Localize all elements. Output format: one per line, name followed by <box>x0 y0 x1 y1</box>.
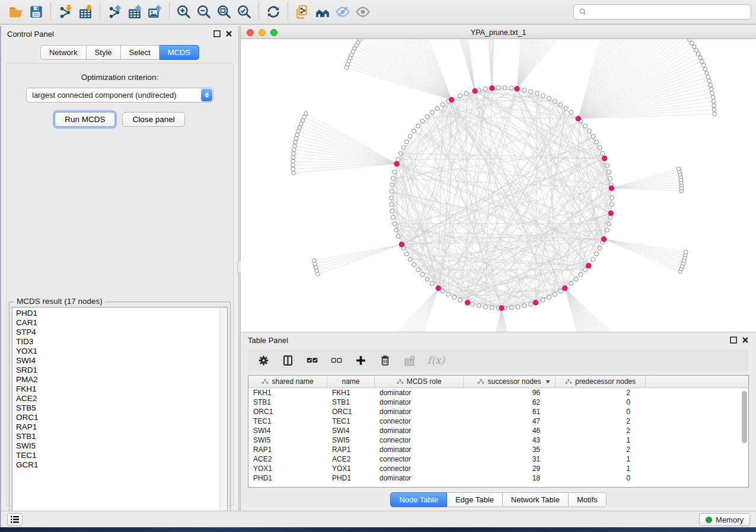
table-row[interactable]: SWI4SWI4dominator462 <box>248 426 748 435</box>
mcds-result-item[interactable]: GCR1 <box>16 460 227 470</box>
table-row[interactable]: ORC1ORC1dominator610 <box>248 407 748 416</box>
table-row[interactable]: SWI5SWI5connector431 <box>248 435 748 445</box>
table-cell: SWI5 <box>248 436 327 444</box>
mcds-result-item[interactable]: STB1 <box>16 432 227 441</box>
table-row[interactable]: PHD1PHD1dominator180 <box>248 473 748 483</box>
table-cell: 29 <box>464 464 556 473</box>
tab-edge-table[interactable]: Edge Table <box>447 492 503 507</box>
table-cell: connector <box>375 455 464 463</box>
select-all-icon[interactable] <box>306 354 318 367</box>
mcds-result-item[interactable]: SRD1 <box>16 366 227 375</box>
export-table-icon[interactable] <box>125 2 145 21</box>
mcds-result-item[interactable]: CAR1 <box>16 318 227 328</box>
mcds-result-item[interactable]: ACE2 <box>16 394 227 403</box>
mcds-result-item[interactable]: STB5 <box>16 403 227 413</box>
memory-button[interactable]: Memory <box>699 513 750 526</box>
table-row[interactable]: STB1STB1dominator620 <box>248 398 748 407</box>
table-cell: PHD1 <box>327 474 375 482</box>
close-panel-icon[interactable] <box>225 30 232 37</box>
zoom-selected-icon[interactable] <box>234 2 254 21</box>
table-cell: 0 <box>556 474 646 482</box>
table-cell: dominator <box>375 398 464 406</box>
tab-node-table[interactable]: Node Table <box>390 492 447 507</box>
first-neighbors-icon[interactable] <box>312 2 333 21</box>
tab-motifs[interactable]: Motifs <box>569 492 607 507</box>
zoom-in-icon[interactable] <box>174 2 194 21</box>
table-cell: dominator <box>375 446 464 454</box>
hide-selected-icon[interactable] <box>333 2 353 21</box>
node-table[interactable]: shared namenameMCDS rolesuccessor nodesp… <box>248 375 749 488</box>
tab-style[interactable]: Style <box>87 45 121 60</box>
open-file-icon[interactable] <box>6 2 26 21</box>
column-header-name[interactable]: name <box>327 376 375 387</box>
hierarchy-icon <box>397 379 404 384</box>
duplicate-network-icon[interactable] <box>292 2 312 21</box>
zoom-fit-icon[interactable] <box>214 2 234 21</box>
mcds-result-item[interactable]: SWI4 <box>16 356 227 366</box>
network-graph[interactable] <box>241 39 756 332</box>
run-mcds-button[interactable]: Run MCDS <box>55 112 115 127</box>
import-network-icon[interactable] <box>55 2 75 21</box>
network-canvas[interactable] <box>241 39 756 332</box>
table-cell: TEC1 <box>327 417 375 425</box>
toolbar-separator <box>50 3 51 21</box>
mcds-result-item[interactable]: ORC1 <box>16 413 227 422</box>
delete-table-icon[interactable] <box>403 354 416 367</box>
network-titlebar[interactable]: YPA_prune.txt_1 <box>241 26 756 39</box>
table-cell: STB1 <box>248 398 327 406</box>
mcds-result-item[interactable]: TID3 <box>16 337 227 347</box>
mcds-result-item[interactable]: PHD1 <box>16 309 227 318</box>
mcds-result-item[interactable]: RAP1 <box>16 422 227 432</box>
mcds-result-item[interactable]: YOX1 <box>16 347 227 356</box>
table-cell: dominator <box>375 427 464 435</box>
result-list-scrollbar[interactable] <box>219 307 227 518</box>
column-header-predecessor-nodes[interactable]: predecessor nodes <box>556 376 646 387</box>
trash-icon[interactable] <box>379 354 391 367</box>
close-panel-button[interactable]: Close panel <box>122 112 184 127</box>
search-field[interactable] <box>573 4 751 20</box>
tab-network[interactable]: Network <box>40 45 87 60</box>
task-history-button[interactable] <box>7 513 23 526</box>
table-row[interactable]: YOX1YOX1connector291 <box>248 464 748 473</box>
table-row[interactable]: TEC1TEC1connector472 <box>248 416 748 426</box>
function-builder-icon[interactable]: f(x) <box>428 354 445 366</box>
table-row[interactable]: RAP1RAP1dominator352 <box>248 445 748 454</box>
unselect-all-icon[interactable] <box>330 354 343 367</box>
save-icon[interactable] <box>26 2 46 21</box>
export-network-icon[interactable] <box>104 2 125 21</box>
tab-network-table[interactable]: Network Table <box>503 492 569 507</box>
mcds-result-item[interactable]: PMA2 <box>16 375 227 384</box>
column-header-shared-name[interactable]: shared name <box>248 376 327 387</box>
fan-nodes[interactable] <box>291 39 717 332</box>
columns-icon[interactable] <box>282 354 294 367</box>
tab-mcds[interactable]: MCDS <box>160 45 199 60</box>
table-panel: Table Panel f(x) shared namenameMCDS rol… <box>241 332 756 511</box>
mcds-result-item[interactable]: FKH1 <box>16 384 227 394</box>
add-icon[interactable] <box>355 354 367 367</box>
column-header-MCDS-role[interactable]: MCDS role <box>375 376 464 387</box>
float-table-panel-icon[interactable] <box>730 336 737 344</box>
show-all-icon[interactable] <box>353 2 373 21</box>
tab-select[interactable]: Select <box>121 45 160 60</box>
refresh-icon[interactable] <box>263 2 283 21</box>
table-cell: 1 <box>556 455 646 463</box>
fan-edges <box>293 39 714 332</box>
mcds-result-list[interactable]: PHD1CAR1STP4TID3YOX1SWI4SRD1PMA2FKH1ACE2… <box>12 307 228 519</box>
close-table-panel-icon[interactable] <box>742 336 749 344</box>
export-image-icon[interactable] <box>145 2 165 21</box>
table-scrollbar-thumb[interactable] <box>742 391 747 443</box>
float-panel-icon[interactable] <box>213 30 221 37</box>
mcds-result-item[interactable]: SWI5 <box>16 441 227 451</box>
dropdown-stepper-icon <box>201 89 212 101</box>
column-header-successor-nodes[interactable]: successor nodes <box>464 376 556 387</box>
mcds-result-item[interactable]: STP4 <box>16 328 227 337</box>
table-row[interactable]: FKH1FKH1dominator962 <box>248 388 748 398</box>
gear-icon[interactable] <box>257 354 270 367</box>
search-input[interactable] <box>591 8 746 17</box>
optimization-criterion-dropdown[interactable]: largest connected component (undirected) <box>26 88 213 102</box>
mcds-result-item[interactable]: TEC1 <box>16 451 227 460</box>
zoom-out-icon[interactable] <box>194 2 214 21</box>
import-table-icon[interactable] <box>75 2 95 21</box>
table-cell: 2 <box>556 446 646 454</box>
table-row[interactable]: ACE2ACE2connector311 <box>248 454 748 464</box>
